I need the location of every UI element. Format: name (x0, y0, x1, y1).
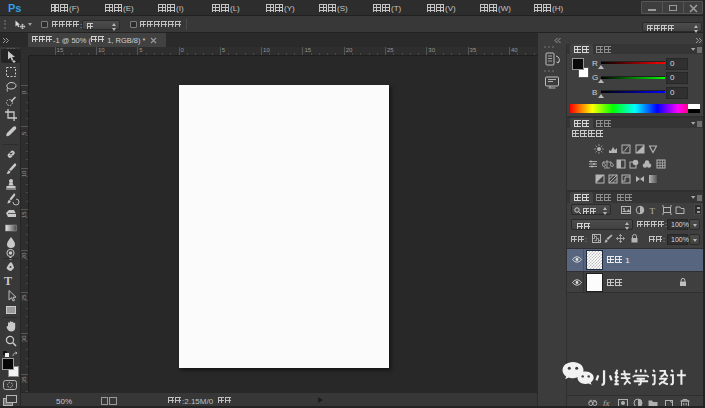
svg-text:T: T (650, 206, 656, 216)
